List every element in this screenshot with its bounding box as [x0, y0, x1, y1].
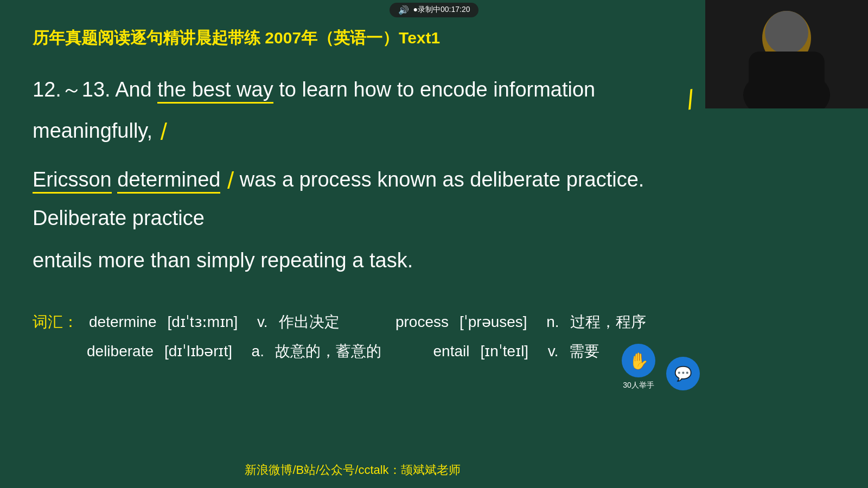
top-bar: 🔊 ●录制中00:17:20 [0, 0, 868, 20]
passage-line2: Ericsson determined / was a process know… [33, 157, 673, 237]
chat-button[interactable]: 💬 [666, 357, 700, 390]
line-number: 12.～13. [33, 78, 111, 101]
ericsson-text: Ericsson [33, 168, 112, 194]
pos-entail: v. [539, 343, 558, 360]
footer: 新浪微博/B站/公众号/cctalk：颉斌斌老师 [0, 462, 705, 478]
svg-point-5 [743, 68, 830, 108]
slash-line2: / [227, 167, 234, 194]
ipa-deliberate: [dɪˈlɪbərɪt] [164, 342, 232, 360]
to-word: to [397, 78, 414, 101]
pos-deliberate: a. [243, 343, 264, 360]
recording-indicator: 🔊 ●录制中00:17:20 [390, 3, 479, 17]
word-process: process [395, 313, 449, 331]
line1-rest: to learn how [279, 78, 397, 101]
speaker-icon: 🔊 [398, 5, 409, 15]
underline-best-way: the best way [157, 78, 279, 101]
svg-rect-3 [788, 34, 802, 43]
determined-text: determined [117, 168, 220, 194]
word-deliberate: deliberate [87, 343, 154, 360]
ipa-determine: [dɪˈtɜːmɪn] [168, 313, 238, 331]
vocab-row-1: 词汇： determine [dɪˈtɜːmɪn] v. 作出决定 proces… [33, 312, 673, 332]
meaning-determine: 作出决定 [279, 312, 340, 332]
meaning-process: 过程，程序 [570, 312, 646, 332]
action-buttons-area: ✋ 30人举手 💬 [622, 344, 700, 390]
word-determine: determine [89, 313, 157, 331]
vocab-row-2: deliberate [dɪˈlɪbərɪt] a. 故意的，蓄意的 entai… [33, 341, 673, 362]
slash-line1: / [161, 118, 167, 145]
pos-process: n. [538, 313, 559, 331]
ericsson-underline: Ericsson [33, 168, 117, 191]
ipa-process: [ˈprəuses] [459, 313, 527, 331]
vocabulary-section: 词汇： determine [dɪˈtɜːmɪn] v. 作出决定 proces… [33, 312, 673, 362]
spacer2 [403, 343, 412, 360]
best-way-text: the best way [157, 78, 273, 104]
word-entail: entail [433, 343, 470, 360]
raise-hand-container: ✋ 30人举手 [622, 344, 655, 390]
line1-and: And [115, 78, 157, 101]
raise-hand-button[interactable]: ✋ [622, 344, 655, 377]
pos-determine: v. [248, 313, 267, 331]
vocab-label: 词汇： [33, 312, 78, 332]
passage-line3: entails more than simply repeating a tas… [33, 242, 673, 279]
svg-rect-2 [769, 34, 783, 43]
determined-underline: determined [117, 168, 226, 191]
meaning-deliberate: 故意的，蓄意的 [275, 341, 381, 362]
passage-line1: 12.～13. And the best way to learn how to… [33, 71, 673, 151]
footer-text: 新浪微博/B站/公众号/cctalk：颉斌斌老师 [245, 463, 460, 477]
main-content: 历年真题阅读逐句精讲晨起带练 2007年（英语一）Text1 12.～13. A… [0, 0, 705, 488]
spacer [361, 313, 374, 331]
raise-hand-label: 30人举手 [623, 381, 654, 390]
meaning-entail: 需要 [569, 341, 599, 362]
line3-text: entails more than simply repeating a tas… [33, 249, 413, 272]
ipa-entail: [ɪnˈteɪl] [480, 342, 528, 360]
recording-text: ●录制中00:17:20 [413, 5, 470, 15]
passage-container: 12.～13. And the best way to learn how to… [33, 71, 673, 279]
page-title: 历年真题阅读逐句精讲晨起带练 2007年（英语一）Text1 [33, 27, 673, 49]
